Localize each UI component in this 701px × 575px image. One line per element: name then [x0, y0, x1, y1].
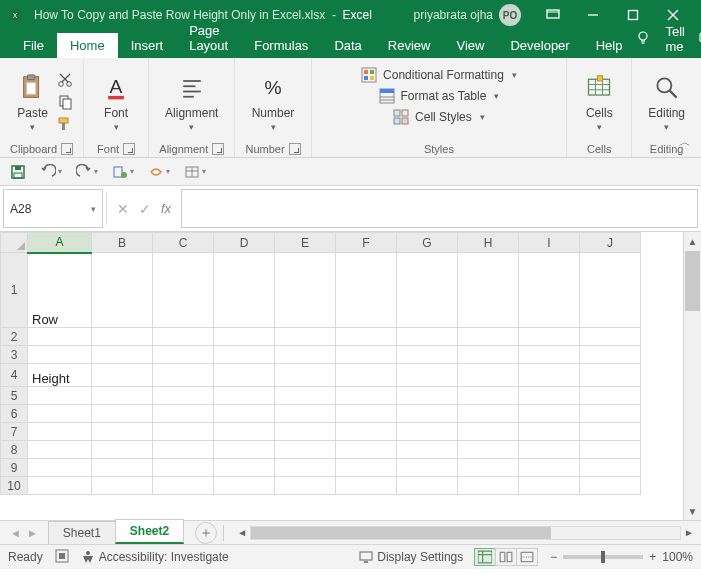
- scrollbar-thumb[interactable]: [685, 251, 700, 311]
- col-header[interactable]: F: [336, 233, 397, 253]
- scroll-up-icon[interactable]: ▲: [684, 232, 701, 250]
- select-all-corner[interactable]: [1, 233, 28, 253]
- cell[interactable]: Height: [28, 364, 92, 387]
- tab-file[interactable]: File: [10, 33, 57, 58]
- row-header[interactable]: 9: [1, 459, 28, 477]
- tab-review[interactable]: Review: [375, 33, 444, 58]
- row-header[interactable]: 5: [1, 387, 28, 405]
- zoom-out-button[interactable]: −: [550, 550, 557, 564]
- quick-access-item[interactable]: ▾: [148, 164, 170, 180]
- number-dialog-launcher[interactable]: [289, 143, 301, 155]
- tab-home[interactable]: Home: [57, 33, 118, 58]
- zoom-in-button[interactable]: +: [649, 550, 656, 564]
- zoom-control[interactable]: − + 100%: [550, 550, 693, 564]
- accessibility-status[interactable]: Accessibility: Investigate: [81, 550, 229, 564]
- number-button[interactable]: % Number ▾: [246, 70, 301, 134]
- redo-button[interactable]: ▾: [76, 164, 98, 180]
- svg-point-15: [58, 81, 63, 86]
- cut-icon[interactable]: [57, 72, 73, 88]
- col-header[interactable]: D: [214, 233, 275, 253]
- copy-icon[interactable]: [57, 94, 73, 110]
- display-settings-button[interactable]: Display Settings: [359, 550, 463, 564]
- svg-rect-62: [360, 552, 372, 560]
- row-header[interactable]: 1: [1, 253, 28, 328]
- tab-formulas[interactable]: Formulas: [241, 33, 321, 58]
- scroll-left-icon[interactable]: ◄: [234, 527, 250, 538]
- scroll-down-icon[interactable]: ▼: [684, 502, 701, 520]
- minimize-button[interactable]: [573, 0, 613, 30]
- col-header[interactable]: I: [519, 233, 580, 253]
- col-header[interactable]: C: [153, 233, 214, 253]
- vertical-scrollbar[interactable]: ▲ ▼: [683, 232, 701, 520]
- user-avatar[interactable]: PO: [499, 4, 521, 26]
- col-header[interactable]: J: [580, 233, 641, 253]
- horizontal-scrollbar[interactable]: ◄ ►: [230, 526, 701, 540]
- col-header[interactable]: B: [92, 233, 153, 253]
- conditional-formatting-button[interactable]: Conditional Formatting▾: [357, 66, 521, 84]
- formula-input[interactable]: [181, 189, 698, 228]
- sheet-tab[interactable]: Sheet1: [48, 521, 116, 544]
- editing-button[interactable]: Editing ▾: [642, 70, 691, 134]
- cell[interactable]: Row: [28, 253, 92, 328]
- row-header[interactable]: 2: [1, 328, 28, 346]
- undo-button[interactable]: ▾: [40, 164, 62, 180]
- lightbulb-icon[interactable]: [635, 30, 651, 49]
- cell-styles-button[interactable]: Cell Styles▾: [389, 108, 489, 126]
- alignment-button[interactable]: Alignment ▾: [159, 70, 224, 134]
- zoom-level[interactable]: 100%: [662, 550, 693, 564]
- tab-insert[interactable]: Insert: [118, 33, 177, 58]
- new-sheet-button[interactable]: ＋: [195, 522, 217, 544]
- row-header[interactable]: 10: [1, 477, 28, 495]
- sheet-nav-prev[interactable]: ◄: [10, 527, 21, 539]
- cancel-formula-icon[interactable]: ✕: [117, 201, 129, 217]
- paste-button[interactable]: Paste ▾: [11, 70, 55, 134]
- name-box[interactable]: A28 ▾: [3, 189, 103, 228]
- chevron-down-icon[interactable]: ▾: [91, 204, 96, 214]
- clipboard-dialog-launcher[interactable]: [61, 143, 73, 155]
- quick-access-item[interactable]: ▾: [112, 164, 134, 180]
- quick-access-item[interactable]: ▾: [184, 164, 206, 180]
- page-break-view-button[interactable]: [516, 548, 538, 566]
- tab-developer[interactable]: Developer: [497, 33, 582, 58]
- enter-formula-icon[interactable]: ✓: [139, 201, 151, 217]
- user-name[interactable]: priyabrata ojha: [414, 8, 493, 22]
- row-header[interactable]: 3: [1, 346, 28, 364]
- save-icon[interactable]: [10, 164, 26, 180]
- group-font: A Font ▾ Font: [84, 58, 149, 157]
- normal-view-button[interactable]: [474, 548, 496, 566]
- insert-function-icon[interactable]: fx: [161, 201, 171, 216]
- col-header[interactable]: H: [458, 233, 519, 253]
- tab-data[interactable]: Data: [321, 33, 374, 58]
- quick-access-toolbar: ▾ ▾ ▾ ▾ ▾: [0, 158, 701, 186]
- menu-tabs: File Home Insert Page Layout Formulas Da…: [0, 30, 701, 58]
- cells-button[interactable]: Cells ▾: [577, 70, 621, 134]
- row-header[interactable]: 6: [1, 405, 28, 423]
- grid-table[interactable]: A B C D E F G H I J 1Row 2 3 4Height 5 6…: [0, 232, 641, 495]
- col-header[interactable]: A: [28, 233, 92, 253]
- alignment-dialog-launcher[interactable]: [212, 143, 224, 155]
- formula-bar: A28 ▾ ✕ ✓ fx: [0, 186, 701, 232]
- tab-page-layout[interactable]: Page Layout: [176, 18, 241, 58]
- tab-view[interactable]: View: [443, 33, 497, 58]
- col-header[interactable]: E: [275, 233, 336, 253]
- scroll-right-icon[interactable]: ►: [681, 527, 697, 538]
- font-dialog-launcher[interactable]: [123, 143, 135, 155]
- format-as-table-button[interactable]: Format as Table▾: [375, 87, 504, 105]
- col-header[interactable]: G: [397, 233, 458, 253]
- row-header[interactable]: 8: [1, 441, 28, 459]
- chevron-down-icon: ▾: [271, 122, 276, 132]
- sheet-nav-next[interactable]: ►: [27, 527, 38, 539]
- macro-record-icon[interactable]: [55, 549, 69, 566]
- scrollbar-thumb[interactable]: [251, 527, 551, 539]
- page-layout-view-button[interactable]: [495, 548, 517, 566]
- ribbon-display-options[interactable]: [533, 0, 573, 30]
- format-painter-icon[interactable]: [57, 116, 73, 132]
- collapse-ribbon-button[interactable]: ︿: [679, 134, 691, 151]
- row-header[interactable]: 7: [1, 423, 28, 441]
- sheet-tab[interactable]: Sheet2: [115, 519, 184, 544]
- font-button[interactable]: A Font ▾: [94, 70, 138, 134]
- tell-me[interactable]: Tell me: [665, 24, 685, 54]
- zoom-slider[interactable]: [563, 555, 643, 559]
- tab-help[interactable]: Help: [583, 33, 636, 58]
- row-header[interactable]: 4: [1, 364, 28, 387]
